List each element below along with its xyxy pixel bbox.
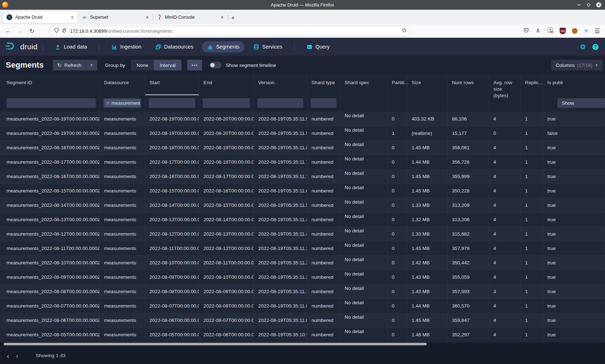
table-header-row: Segment IDDatasourceStartEndVersionShard… (0, 74, 605, 95)
column-header-stype[interactable]: Shard type (307, 74, 340, 95)
nav-item-services[interactable]: Services (248, 41, 287, 53)
cell-ds: measurements (100, 112, 145, 126)
druid-brand[interactable]: druid (5, 41, 37, 52)
insecure-lock-icon[interactable] (62, 28, 67, 34)
window-title: Apache Druid — Mozilla Firefox (0, 3, 605, 8)
cell-repl: 1 (521, 256, 543, 270)
column-header-label: Shard spec (345, 80, 369, 85)
download-icon[interactable] (535, 27, 541, 35)
tab-close-icon[interactable]: × (145, 14, 150, 20)
refresh-button[interactable]: ↻ Refresh (53, 60, 86, 70)
cell-repl: 1 (521, 184, 543, 198)
browser-tab-superset[interactable]: ∞Superset× (78, 11, 153, 23)
cell-ver: 2022-08-19T05:35:11.0... (254, 299, 307, 313)
cell-ds: measurements (100, 213, 145, 227)
columns-count: (17/18) (577, 63, 592, 68)
table-row: measurements_2022-08-05T00:00:00.000Z...… (0, 328, 605, 342)
tab-close-icon[interactable]: × (220, 14, 225, 20)
window-close-icon[interactable] (596, 2, 601, 8)
cell-id: measurements_2022-08-08T00:00:00.000Z... (0, 285, 100, 299)
column-header-start[interactable]: Start (145, 74, 199, 95)
column-header-label: Num rows (452, 80, 474, 85)
is-published-show-filter[interactable]: Show (557, 98, 605, 108)
cell-sspec: No detail (340, 155, 387, 169)
bookmark-star-icon[interactable] (402, 28, 407, 34)
column-header-id[interactable]: Segment ID (0, 74, 100, 95)
cell-id: measurements_2022-08-09T00:00:00.000Z... (0, 270, 100, 285)
cookie-extension-icon[interactable] (572, 28, 578, 34)
new-tab-button[interactable]: + (231, 14, 235, 22)
pocket-icon[interactable] (523, 27, 529, 35)
column-header-label: Replic... (525, 80, 543, 85)
back-icon[interactable]: ← (5, 28, 11, 34)
cell-end: 2022-08-11T00:00:00.0... (199, 256, 254, 270)
ds-filter-input[interactable]: =measurements× (103, 98, 141, 108)
column-header-pub[interactable]: Is publi (543, 74, 605, 95)
window-maximize-icon[interactable] (586, 3, 591, 7)
browser-tab-apache-druid[interactable]: ɔApache Druid× (3, 11, 78, 23)
cell-ver: 2022-08-19T05:35:11.1... (254, 285, 307, 299)
column-header-avg[interactable]: Avg. row size (bytes) (489, 74, 521, 95)
cell-ver: 2022-08-19T05:35:11.8... (254, 141, 307, 155)
druid-logo-icon (5, 41, 17, 52)
column-header-sspec[interactable]: Shard spec (340, 74, 387, 95)
cell-id: measurements_2022-08-18T00:00:00.000Z... (0, 141, 100, 155)
column-header-ds[interactable]: Datasource (100, 74, 145, 95)
column-header-size[interactable]: Size (407, 74, 448, 95)
cell-rows: 15,177 (448, 126, 489, 141)
cell-repl: 1 (521, 299, 543, 313)
nav-item-segments[interactable]: Segments (202, 41, 245, 53)
forward-icon[interactable]: → (17, 28, 23, 34)
column-header-part[interactable]: Partiti... (387, 74, 407, 95)
help-icon[interactable]: ? (592, 44, 599, 50)
column-header-ver[interactable]: Version (254, 74, 307, 95)
group-by-segmented-control: None Interval (131, 60, 182, 70)
settings-gear-icon[interactable]: ⚙ (580, 43, 586, 51)
refresh-dropdown-button[interactable]: ▼ (86, 60, 97, 70)
more-actions-button[interactable]: ••• (187, 60, 202, 70)
nav-item-query[interactable]: Query (301, 41, 335, 53)
cell-start: 2022-08-19T00:00:00.0... (145, 112, 199, 126)
stype-filter-input[interactable] (311, 98, 336, 108)
tab-close-icon[interactable]: × (70, 14, 75, 20)
end-filter-input[interactable] (203, 98, 250, 108)
cell-pub: true (543, 141, 605, 155)
next-page-icon[interactable]: › (13, 352, 22, 359)
nav-item-datasources[interactable]: Datasources (150, 41, 198, 53)
prev-page-icon[interactable]: ‹ (4, 352, 13, 359)
cell-rows: 359,847 (448, 313, 489, 328)
tracking-shield-icon[interactable] (54, 28, 59, 34)
cell-stype: numbered (307, 155, 340, 169)
column-header-end[interactable]: End (199, 74, 254, 95)
menu-icon[interactable]: ☰ (595, 27, 600, 35)
refresh-label: Refresh (64, 63, 81, 68)
cell-rows: 350,228 (448, 184, 489, 198)
columns-button[interactable]: Columns (17/18) ▼ (551, 60, 603, 70)
extension-sparkle-icon[interactable]: ✳ (584, 28, 588, 34)
group-by-interval-button[interactable]: Interval (154, 60, 181, 70)
window-minimize-icon[interactable] (577, 3, 581, 7)
cell-end: 2022-08-14T00:00:00.0... (199, 213, 254, 227)
id-filter-input[interactable] (6, 98, 96, 108)
column-header-label: Is publi (547, 80, 563, 85)
cell-pub: true (543, 155, 605, 169)
account-icon[interactable] (547, 27, 554, 35)
ver-filter-input[interactable] (257, 98, 303, 108)
group-by-none-button[interactable]: None (131, 60, 154, 70)
nav-item-ingestion[interactable]: Ingestion (106, 41, 147, 53)
segment-timeline-toggle[interactable] (209, 62, 221, 68)
cell-repl: 1 (521, 213, 543, 227)
browser-tab-minio-console[interactable]: MinIO Console× (153, 11, 228, 23)
url-bar[interactable]: 172.18.0.4:30899/unified-console.html#se… (50, 26, 410, 36)
nav-item-load-data[interactable]: Load data (50, 41, 92, 53)
window-titlebar: Apache Druid — Mozilla Firefox (0, 0, 605, 10)
filter-tag-label: measurements (112, 100, 140, 106)
cell-repl: 1 (521, 328, 543, 342)
column-header-rows[interactable]: Num rows (448, 74, 489, 95)
reload-icon[interactable]: ↻ (30, 28, 34, 35)
start-filter-input[interactable] (149, 98, 195, 108)
horizontal-scrollbar-thumb[interactable] (4, 343, 427, 345)
column-header-repl[interactable]: Replic... (521, 74, 543, 95)
table-row: measurements_2022-08-18T00:00:00.000Z...… (0, 141, 605, 155)
ublock-icon[interactable]: UO (560, 28, 566, 34)
